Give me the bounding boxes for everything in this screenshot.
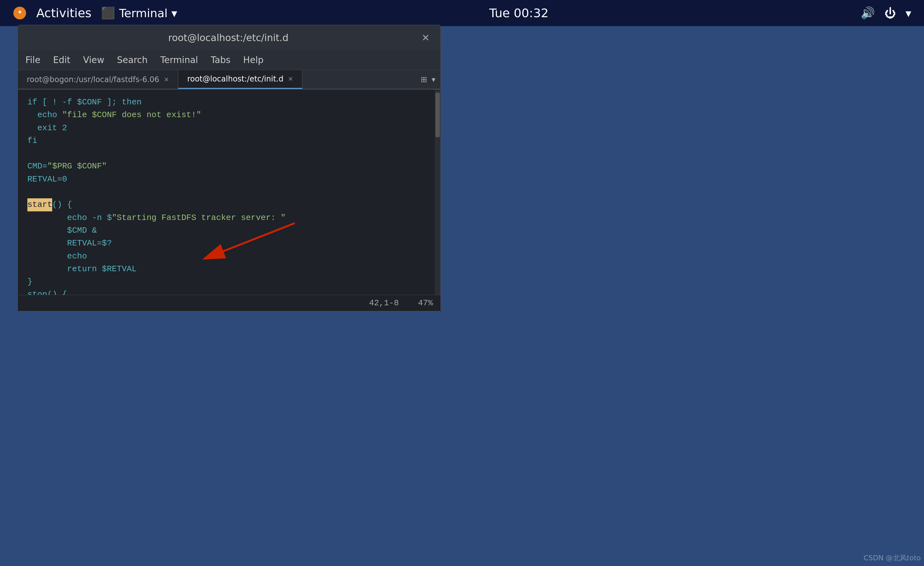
menu-terminal[interactable]: Terminal — [160, 55, 198, 65]
code-line-5: CMD="$PRG $CONF" — [27, 160, 431, 173]
scrollbar-thumb[interactable] — [435, 93, 440, 137]
tab-dropdown-button[interactable]: ▾ — [432, 75, 435, 84]
menu-view[interactable]: View — [83, 55, 104, 65]
menu-tabs[interactable]: Tabs — [211, 55, 231, 65]
window-title: root@localhost:/etc/init.d — [38, 32, 418, 43]
terminal-icon: ⬛ — [101, 6, 115, 20]
code-line-12: return $RETVAL — [27, 263, 431, 275]
system-bar-right: 🔊 ⏻ ▾ — [861, 6, 911, 20]
svg-text:✦: ✦ — [17, 9, 22, 16]
terminal-window: root@localhost:/etc/init.d ✕ File Edit V… — [18, 25, 441, 311]
terminal-content[interactable]: if [ ! -f $CONF ]; then echo "file $CONF… — [18, 89, 441, 295]
code-line-13: } — [27, 275, 431, 288]
status-bar: 42,1-8 47% — [18, 295, 441, 311]
clock: Tue 00:32 — [489, 6, 549, 20]
terminal-dropdown-icon[interactable]: ▾ — [171, 7, 177, 20]
code-line-10: RETVAL=$? — [27, 237, 431, 249]
menu-bar: File Edit View Search Terminal Tabs Help — [18, 50, 441, 70]
title-bar: root@localhost:/etc/init.d ✕ — [18, 25, 441, 50]
code-line-9: $CMD & — [27, 224, 431, 237]
activities-label[interactable]: Activities — [36, 6, 92, 20]
code-line-8: echo -n $"Starting FastDFS tracker serve… — [27, 212, 431, 224]
menu-edit[interactable]: Edit — [53, 55, 70, 65]
code-line-11: echo — [27, 250, 431, 263]
system-menu-dropdown-icon[interactable]: ▾ — [906, 7, 911, 20]
menu-file[interactable]: File — [26, 55, 40, 65]
code-line-3: exit 2 — [27, 122, 431, 134]
system-bar-left: ✦ Activities ⬛ Terminal ▾ — [13, 6, 177, 20]
code-line-14: stop() { — [27, 288, 431, 295]
tab-1-label: root@bogon:/usr/local/fastdfs-6.06 — [27, 75, 159, 84]
tab-actions: ⊞ ▾ — [416, 70, 441, 89]
volume-icon[interactable]: 🔊 — [861, 6, 875, 20]
tab-bar: root@bogon:/usr/local/fastdfs-6.06 ✕ roo… — [18, 70, 441, 89]
cursor-position: 42,1-8 — [369, 298, 399, 308]
tab-1-close[interactable]: ✕ — [164, 76, 169, 83]
code-line-7: start() { — [27, 198, 431, 211]
power-icon[interactable]: ⏻ — [885, 7, 896, 20]
tab-2[interactable]: root@localhost:/etc/init.d ✕ — [178, 70, 302, 89]
menu-search[interactable]: Search — [117, 55, 148, 65]
watermark: CSDN @北风toto — [864, 553, 921, 563]
tab-2-close[interactable]: ✕ — [288, 75, 293, 83]
code-line-4: fi — [27, 134, 431, 147]
close-button[interactable]: ✕ — [418, 31, 433, 45]
code-line-1: if [ ! -f $CONF ]; then — [27, 96, 431, 108]
terminal-label: Terminal — [119, 7, 167, 20]
code-line-2: echo "file $CONF does not exist!" — [27, 108, 431, 121]
terminal-app-name[interactable]: ⬛ Terminal ▾ — [101, 6, 177, 20]
menu-help[interactable]: Help — [243, 55, 264, 65]
code-line-6: RETVAL=0 — [27, 173, 431, 186]
tab-1[interactable]: root@bogon:/usr/local/fastdfs-6.06 ✕ — [18, 70, 178, 89]
scrollbar[interactable] — [435, 89, 441, 295]
code-line-blank1 — [27, 147, 431, 160]
new-tab-button[interactable]: ⊞ — [421, 75, 427, 84]
code-line-blank2 — [27, 186, 431, 198]
system-bar: ✦ Activities ⬛ Terminal ▾ Tue 00:32 🔊 ⏻ … — [0, 0, 924, 26]
scroll-percent: 47% — [418, 298, 433, 308]
gnome-icon: ✦ — [13, 6, 27, 20]
tab-2-label: root@localhost:/etc/init.d — [187, 75, 283, 83]
